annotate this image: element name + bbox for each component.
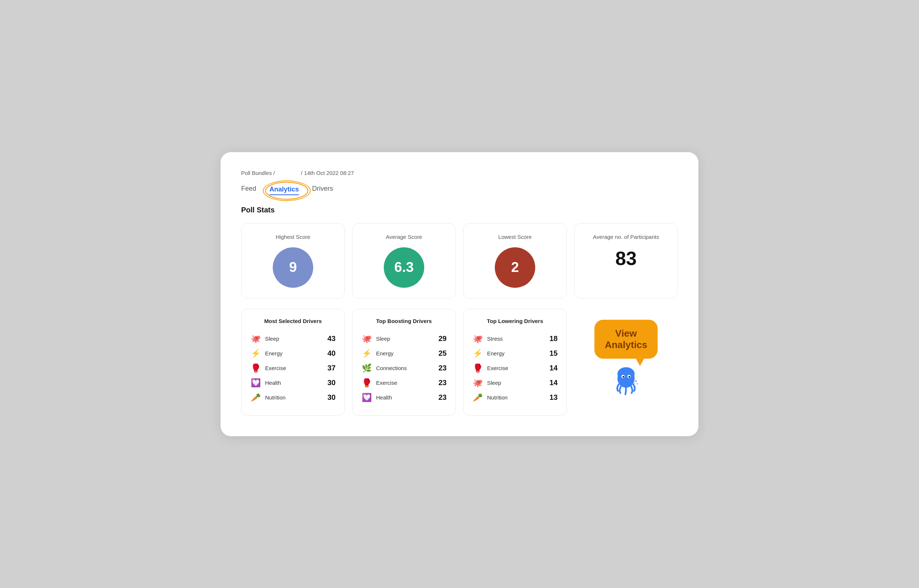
driver-count: 29 bbox=[433, 334, 447, 343]
list-item: 🐙 Sleep 29 bbox=[361, 331, 447, 346]
stat-title-highest: Highest Score bbox=[276, 234, 310, 240]
driver-count: 13 bbox=[544, 393, 558, 402]
driver-count: 37 bbox=[322, 364, 336, 372]
list-item: 🐙 Stress 18 bbox=[472, 331, 558, 346]
view-analytics-label: ViewAnalytics bbox=[605, 328, 647, 350]
driver-count: 15 bbox=[544, 349, 558, 358]
tab-feed[interactable]: Feed bbox=[241, 185, 256, 194]
main-card: Poll Bundles / / 14th Oct 2022 08:27 Fee… bbox=[221, 152, 698, 436]
poll-stats-title: Poll Stats bbox=[241, 206, 678, 214]
driver-name: Connections bbox=[376, 365, 429, 371]
driver-name: Energy bbox=[376, 350, 429, 357]
stat-title-average: Average Score bbox=[386, 234, 422, 240]
list-item: ⚡ Energy 25 bbox=[361, 346, 447, 361]
driver-card-top-boosting: Top Boosting Drivers 🐙 Sleep 29 ⚡ Energy… bbox=[352, 309, 456, 416]
driver-name: Nutrition bbox=[487, 394, 540, 401]
driver-name: Exercise bbox=[376, 380, 429, 386]
driver-count: 14 bbox=[544, 364, 558, 372]
driver-count: 30 bbox=[322, 378, 336, 387]
view-analytics-card[interactable]: ViewAnalytics bbox=[574, 309, 678, 416]
svg-point-2 bbox=[618, 367, 635, 380]
stat-title-lowest: Lowest Score bbox=[499, 234, 532, 240]
driver-count: 43 bbox=[322, 334, 336, 343]
svg-point-6 bbox=[628, 376, 630, 378]
list-item: 🥊 Exercise 14 bbox=[472, 361, 558, 376]
stat-card-participants: Average no. of Participants 83 bbox=[574, 223, 678, 299]
octopus-mascot bbox=[609, 365, 643, 397]
sleep-icon: 🐙 bbox=[361, 334, 371, 344]
list-item: 🥕 Nutrition 30 bbox=[250, 390, 336, 405]
driver-card-most-selected: Most Selected Drivers 🐙 Sleep 43 ⚡ Energ… bbox=[241, 309, 345, 416]
tab-analytics-wrapper: Analytics bbox=[270, 186, 299, 193]
exercise-icon: 🥊 bbox=[472, 363, 483, 373]
driver-count: 23 bbox=[433, 364, 447, 372]
stress-icon: 🐙 bbox=[472, 334, 483, 344]
list-item: 💟 Health 30 bbox=[250, 376, 336, 390]
exercise-icon: 🥊 bbox=[361, 378, 371, 388]
energy-icon: ⚡ bbox=[361, 349, 371, 358]
connections-icon: 🌿 bbox=[361, 363, 371, 373]
driver-name: Stress bbox=[487, 336, 540, 342]
driver-name: Sleep bbox=[376, 336, 429, 342]
tab-drivers[interactable]: Drivers bbox=[312, 185, 333, 194]
driver-card-top-lowering-title: Top Lowering Drivers bbox=[472, 318, 558, 324]
stat-card-average: Average Score 6.3 bbox=[352, 223, 456, 299]
stat-card-highest: Highest Score 9 bbox=[241, 223, 345, 299]
stat-title-participants: Average no. of Participants bbox=[593, 234, 659, 240]
driver-count: 23 bbox=[433, 378, 447, 387]
driver-card-top-boosting-title: Top Boosting Drivers bbox=[361, 318, 447, 324]
driver-count: 18 bbox=[544, 334, 558, 343]
list-item: 🐙 Sleep 43 bbox=[250, 331, 336, 346]
stat-circle-lowest: 2 bbox=[495, 247, 535, 288]
driver-name: Exercise bbox=[265, 365, 318, 371]
svg-point-9 bbox=[634, 383, 635, 384]
list-item: 🥕 Nutrition 13 bbox=[472, 390, 558, 405]
driver-name: Sleep bbox=[265, 336, 318, 342]
list-item: 🥊 Exercise 23 bbox=[361, 376, 447, 390]
driver-name: Health bbox=[376, 394, 429, 401]
driver-count: 25 bbox=[433, 349, 447, 358]
stat-number-participants: 83 bbox=[615, 247, 637, 270]
sleep-icon: 🐙 bbox=[250, 334, 261, 344]
breadcrumb-poll-bundles: Poll Bundles bbox=[241, 170, 272, 176]
view-analytics-bubble[interactable]: ViewAnalytics bbox=[594, 320, 657, 359]
nutrition-icon: 🥕 bbox=[472, 393, 483, 402]
svg-point-5 bbox=[623, 376, 625, 378]
list-item: 🐙 Sleep 14 bbox=[472, 376, 558, 390]
list-item: ⚡ Energy 40 bbox=[250, 346, 336, 361]
driver-name: Nutrition bbox=[265, 394, 318, 401]
energy-icon: ⚡ bbox=[250, 349, 261, 358]
breadcrumb: Poll Bundles / / 14th Oct 2022 08:27 bbox=[241, 170, 678, 176]
breadcrumb-sep2: / bbox=[301, 170, 304, 176]
energy-icon: ⚡ bbox=[472, 349, 483, 358]
breadcrumb-date: 14th Oct 2022 08:27 bbox=[304, 170, 354, 176]
sleep-icon: 🐙 bbox=[472, 378, 483, 388]
list-item: 💟 Health 23 bbox=[361, 390, 447, 405]
drivers-row: Most Selected Drivers 🐙 Sleep 43 ⚡ Energ… bbox=[241, 309, 678, 416]
driver-name: Energy bbox=[487, 350, 540, 357]
health-icon: 💟 bbox=[250, 378, 261, 388]
list-item: 🥊 Exercise 37 bbox=[250, 361, 336, 376]
tab-analytics[interactable]: Analytics bbox=[270, 186, 299, 195]
stats-row: Highest Score 9 Average Score 6.3 Lowest… bbox=[241, 223, 678, 299]
driver-name: Sleep bbox=[487, 380, 540, 386]
health-icon: 💟 bbox=[361, 393, 371, 402]
list-item: ⚡ Energy 15 bbox=[472, 346, 558, 361]
driver-count: 40 bbox=[322, 349, 336, 358]
driver-count: 23 bbox=[433, 393, 447, 402]
nutrition-icon: 🥕 bbox=[250, 393, 261, 402]
driver-card-most-selected-title: Most Selected Drivers bbox=[250, 318, 336, 324]
driver-name: Health bbox=[265, 380, 318, 386]
driver-count: 14 bbox=[544, 378, 558, 387]
exercise-icon: 🥊 bbox=[250, 363, 261, 373]
breadcrumb-sep1: / bbox=[273, 170, 276, 176]
driver-name: Energy bbox=[265, 350, 318, 357]
stat-circle-highest: 9 bbox=[273, 247, 313, 288]
driver-count: 30 bbox=[322, 393, 336, 402]
list-item: 🌿 Connections 23 bbox=[361, 361, 447, 376]
svg-point-7 bbox=[635, 380, 637, 382]
driver-card-top-lowering: Top Lowering Drivers 🐙 Stress 18 ⚡ Energ… bbox=[463, 309, 567, 416]
stat-card-lowest: Lowest Score 2 bbox=[463, 223, 567, 299]
svg-point-8 bbox=[637, 383, 638, 384]
tabs-container: Feed Analytics Drivers bbox=[241, 185, 678, 194]
